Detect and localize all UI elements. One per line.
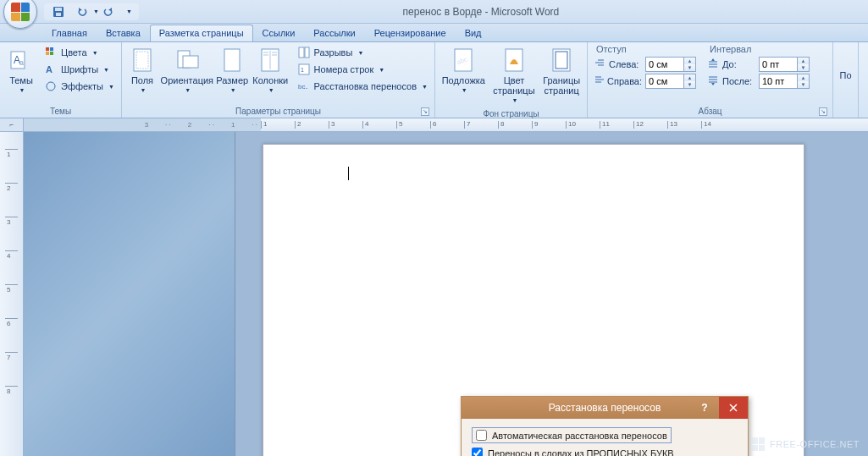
group-label-paragraph: Абзац xyxy=(698,107,721,116)
tab-review[interactable]: Рецензирование xyxy=(365,25,456,41)
ribbon: Aa Темы ▼ Цвета▼ A Шрифты▼ Эффекты▼ xyxy=(0,42,868,118)
margins-button[interactable]: Поля▼ xyxy=(125,44,159,98)
ruler-corner[interactable]: ⌐ xyxy=(0,118,24,132)
space-after-icon xyxy=(708,75,720,87)
indent-left-spinner[interactable]: ▲▼ xyxy=(645,57,696,72)
space-before-icon xyxy=(708,58,720,70)
auto-hyphenation-checkbox[interactable]: Автоматическая расстановка переносов xyxy=(472,427,672,443)
horizontal-ruler[interactable]: 3 · · 2 · · 1 · · 1234567891011121314 xyxy=(24,118,868,132)
colors-label: Цвета xyxy=(61,47,87,58)
indent-header: Отступ xyxy=(594,44,696,56)
tab-home[interactable]: Главная xyxy=(42,25,97,41)
spin-down-icon[interactable]: ▼ xyxy=(798,64,809,71)
group-paragraph: Отступ Слева: ▲▼ Справа: ▲▼ Интервал До:… xyxy=(588,42,833,118)
ruler-neg-tick: 2 xyxy=(188,121,191,129)
columns-button[interactable]: Колонки▼ xyxy=(252,44,290,98)
dialog-help-button[interactable]: ? xyxy=(692,397,717,419)
tab-page-layout[interactable]: Разметка страницы xyxy=(150,25,253,41)
columns-icon xyxy=(257,47,284,74)
group-arrange-overflow: По xyxy=(833,42,859,118)
vertical-ruler[interactable]: 12345678 xyxy=(0,132,24,456)
watermark-button[interactable]: abc Подложка▼ xyxy=(439,44,489,98)
size-button[interactable]: Размер▼ xyxy=(215,44,250,98)
ruler-neg-tick: 3 xyxy=(145,121,148,129)
auto-hyphenation-input[interactable] xyxy=(476,430,487,441)
indent-right-input[interactable] xyxy=(646,74,683,88)
caps-hyphenation-checkbox[interactable]: Переносы в словах из ПРОПИСНЫХ БУКВ xyxy=(472,446,738,456)
auto-hyphenation-label: Автоматическая расстановка переносов xyxy=(492,431,667,441)
caps-hyphenation-label: Переносы в словах из ПРОПИСНЫХ БУКВ xyxy=(488,448,674,457)
tab-view[interactable]: Вид xyxy=(456,25,491,41)
effects-label: Эффекты xyxy=(61,81,103,91)
spin-up-icon[interactable]: ▲ xyxy=(798,58,809,64)
svg-text:a: a xyxy=(19,58,24,67)
ruler-neg-tick: 1 xyxy=(231,121,235,129)
hyphenation-button[interactable]: bc- Расстановка переносов▼ xyxy=(294,78,431,95)
space-after-label: После: xyxy=(722,76,752,86)
watermark-label: Подложка xyxy=(442,75,485,85)
qat-redo-button[interactable] xyxy=(101,4,116,19)
space-after-spinner[interactable]: ▲▼ xyxy=(759,74,810,89)
dialog-titlebar[interactable]: Расстановка переносов ? xyxy=(462,397,748,419)
qat-save-button[interactable] xyxy=(51,4,66,19)
svg-rect-16 xyxy=(224,49,240,71)
page-setup-launcher[interactable]: ↘ xyxy=(421,107,429,116)
space-before-input[interactable] xyxy=(760,58,797,71)
orientation-button[interactable]: Ориентация▼ xyxy=(161,44,213,98)
qat-undo-button[interactable] xyxy=(75,4,90,19)
theme-colors-button[interactable]: Цвета▼ xyxy=(41,44,118,61)
svg-rect-8 xyxy=(46,52,49,55)
tab-references[interactable]: Ссылки xyxy=(253,25,305,41)
navigation-pane[interactable] xyxy=(24,132,235,456)
themes-button[interactable]: Aa Темы ▼ xyxy=(3,44,39,98)
svg-text:bc: bc xyxy=(298,83,305,91)
breaks-button[interactable]: Разрывы▼ xyxy=(294,44,431,61)
tab-insert[interactable]: Вставка xyxy=(97,25,150,41)
theme-fonts-button[interactable]: A Шрифты▼ xyxy=(41,61,118,78)
spin-down-icon[interactable]: ▼ xyxy=(684,81,695,88)
space-after-input[interactable] xyxy=(760,74,797,88)
line-numbers-button[interactable]: 1 Номера строк▼ xyxy=(294,61,431,78)
page-borders-icon xyxy=(548,47,575,74)
svg-rect-15 xyxy=(183,56,198,68)
indent-left-label: Слева: xyxy=(609,59,639,69)
svg-text:1: 1 xyxy=(301,67,304,73)
indent-right-icon xyxy=(594,75,605,87)
caps-hyphenation-input[interactable] xyxy=(472,448,483,456)
svg-rect-2 xyxy=(56,13,61,16)
qat-customize-dropdown[interactable]: ▼ xyxy=(126,8,132,14)
spin-down-icon[interactable]: ▼ xyxy=(684,64,695,71)
chevron-down-icon: ▼ xyxy=(19,85,25,96)
title-bar: ▼ ▼ перенос в Ворде - Microsoft Word xyxy=(0,0,868,24)
page-color-button[interactable]: Цвет страницы▼ xyxy=(490,44,539,108)
svg-text:-: - xyxy=(306,85,308,91)
spin-up-icon[interactable]: ▲ xyxy=(684,58,695,64)
spin-down-icon[interactable]: ▼ xyxy=(798,81,809,88)
page-borders-button[interactable]: Границы страниц xyxy=(539,44,583,98)
watermark-icon: abc xyxy=(450,47,477,74)
indent-right-spinner[interactable]: ▲▼ xyxy=(645,74,696,89)
breaks-icon xyxy=(297,46,311,59)
undo-dropdown-icon[interactable]: ▼ xyxy=(93,8,99,14)
themes-icon: Aa xyxy=(8,47,35,74)
arrange-overflow-label: По xyxy=(839,70,851,80)
spin-up-icon[interactable]: ▲ xyxy=(684,74,695,81)
quick-access-toolbar: ▼ ▼ xyxy=(44,3,139,20)
spin-up-icon[interactable]: ▲ xyxy=(798,74,809,81)
dialog-close-button[interactable] xyxy=(719,397,748,419)
dialog-title-text: Расстановка переносов xyxy=(549,402,661,414)
svg-rect-7 xyxy=(50,47,53,51)
indent-right-label: Справа: xyxy=(607,76,642,86)
hyphenation-label: Расстановка переносов xyxy=(314,81,417,91)
svg-text:A: A xyxy=(46,64,53,74)
fonts-icon: A xyxy=(44,63,58,76)
svg-rect-24 xyxy=(305,47,309,58)
hyphenation-icon: bc- xyxy=(297,80,311,93)
tab-mailings[interactable]: Рассылки xyxy=(304,25,364,41)
indent-left-input[interactable] xyxy=(646,58,683,71)
size-label: Размер xyxy=(216,75,248,85)
space-before-spinner[interactable]: ▲▼ xyxy=(759,57,810,72)
theme-effects-button[interactable]: Эффекты▼ xyxy=(41,78,118,95)
paragraph-launcher[interactable]: ↘ xyxy=(819,107,827,116)
page-color-icon xyxy=(500,47,528,74)
